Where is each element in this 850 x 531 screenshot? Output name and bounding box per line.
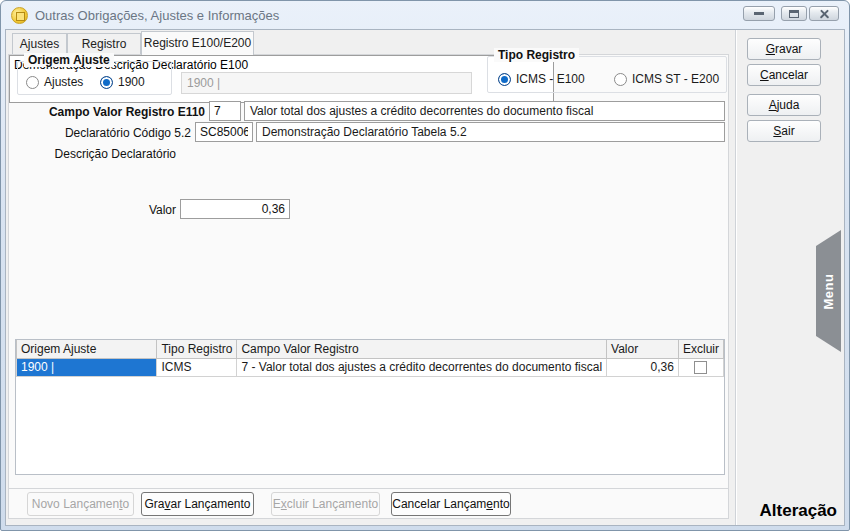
client-area: Ajustes Registro 1900 Registro E100/E200… xyxy=(5,29,845,526)
right-panel-divider xyxy=(735,30,736,525)
radio-label: 1900 xyxy=(118,75,145,89)
groupbox-tipo-registro: Tipo Registro ICMS - E100 ICMS ST - E200 xyxy=(487,56,727,93)
groupbox-origem-ajuste: Origem Ajuste Ajustes 1900 xyxy=(17,61,172,95)
novo-lancamento-button: Novo Lançamento xyxy=(27,492,134,516)
radio-icon-checked xyxy=(100,76,113,89)
ajuda-button[interactable]: Ajuda xyxy=(747,94,821,116)
close-icon xyxy=(819,8,830,19)
origem-combo-disabled: 1900 | xyxy=(181,72,472,94)
sair-button[interactable]: Sair xyxy=(747,120,821,142)
application-window: Outras Obrigações, Ajustes e Informações… xyxy=(0,0,850,531)
close-button[interactable] xyxy=(809,6,839,21)
radio-icon xyxy=(26,76,39,89)
radio-icon-checked xyxy=(498,73,511,86)
grid-header-valor: Valor xyxy=(607,340,679,358)
radio-icms-e100[interactable]: ICMS - E100 xyxy=(498,72,585,86)
gravar-button[interactable]: Gravar xyxy=(747,38,821,60)
radio-label: ICMS ST - E200 xyxy=(632,72,719,86)
grid-cell-campo[interactable]: 7 - Valor total dos ajustes a crédito de… xyxy=(237,358,607,376)
tab-page-registro-e100-e200: Origem Ajuste Ajustes 1900 1900 | Tipo R… xyxy=(8,54,729,519)
footer-divider xyxy=(9,488,728,489)
lancamentos-grid: Origem Ajuste Tipo Registro Campo Valor … xyxy=(15,339,725,475)
radio-label: ICMS - E100 xyxy=(516,72,585,86)
status-mode-label: Alteração xyxy=(760,501,837,521)
tab-ajustes[interactable]: Ajustes xyxy=(12,33,67,55)
campo-valor-code-input[interactable] xyxy=(209,101,241,121)
maximize-icon xyxy=(789,10,799,18)
minimize-button[interactable] xyxy=(743,6,775,21)
grid-cell-tipo[interactable]: ICMS xyxy=(157,358,237,376)
grid-header-tipo: Tipo Registro xyxy=(157,340,237,358)
valor-label: Valor xyxy=(9,203,176,217)
grid-header-row: Origem Ajuste Tipo Registro Campo Valor … xyxy=(17,340,724,358)
grid-cell-origem-selected[interactable]: 1900 | xyxy=(17,358,157,376)
grid-row: 1900 | ICMS 7 - Valor total dos ajustes … xyxy=(17,358,724,376)
groupbox-origem-ajuste-legend: Origem Ajuste xyxy=(24,53,114,67)
excluir-checkbox[interactable] xyxy=(694,361,707,374)
menu-tab-label: Menu xyxy=(821,273,836,309)
valor-input[interactable] xyxy=(180,199,290,219)
declaratorio-codigo-label: Declaratório Código 5.2 xyxy=(9,126,191,140)
campo-valor-registro-e110-label: Campo Valor Registro E110 xyxy=(9,105,205,119)
radio-icms-st-e200[interactable]: ICMS ST - E200 xyxy=(614,72,719,86)
grid-header-origem: Origem Ajuste xyxy=(17,340,157,358)
grid-header-excluir: Excluir xyxy=(678,340,723,358)
menu-slide-tab[interactable]: Menu xyxy=(816,230,841,352)
declaratorio-code-input[interactable] xyxy=(195,122,253,142)
cancelar-lancamento-button[interactable]: Cancelar Lançamento xyxy=(391,492,511,516)
campo-valor-description-combo[interactable]: Valor total dos ajustes a crédito decorr… xyxy=(244,101,725,121)
gravar-lancamento-button[interactable]: Gravar Lançamento xyxy=(141,492,254,516)
radio-icon xyxy=(614,73,627,86)
grid-header-campo: Campo Valor Registro xyxy=(237,340,607,358)
app-icon xyxy=(11,7,28,24)
radio-label: Ajustes xyxy=(44,75,83,89)
radio-origem-ajustes[interactable]: Ajustes xyxy=(26,75,83,89)
minimize-icon xyxy=(754,12,764,15)
groupbox-tipo-registro-legend: Tipo Registro xyxy=(494,48,579,62)
declaratorio-description-combo[interactable]: Demonstração Declaratório Tabela 5.2 xyxy=(256,122,725,142)
window-title: Outras Obrigações, Ajustes e Informações xyxy=(35,8,279,23)
grid-cell-excluir[interactable] xyxy=(678,358,723,376)
descricao-declaratorio-label: Descrição Declaratório xyxy=(9,147,176,161)
grid-table: Origem Ajuste Tipo Registro Campo Valor … xyxy=(16,340,724,377)
tab-registro-1900[interactable]: Registro 1900 xyxy=(67,33,141,55)
maximize-button[interactable] xyxy=(781,6,807,21)
excluir-lancamento-button: Excluir Lançamento xyxy=(271,492,380,516)
cancelar-button[interactable]: Cancelar xyxy=(747,64,821,86)
grid-cell-valor[interactable]: 0,36 xyxy=(607,358,679,376)
tab-registro-e100-e200[interactable]: Registro E100/E200 xyxy=(141,31,254,55)
titlebar: Outras Obrigações, Ajustes e Informações xyxy=(1,1,849,29)
radio-origem-1900[interactable]: 1900 xyxy=(100,75,145,89)
